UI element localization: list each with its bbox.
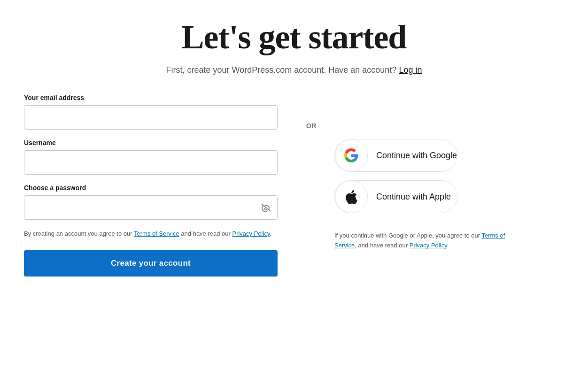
username-label: Username bbox=[24, 139, 278, 146]
email-label: Your email address bbox=[24, 94, 278, 101]
google-icon bbox=[344, 148, 358, 162]
email-group: Your email address bbox=[24, 94, 278, 130]
right-panel: OR Continue with Google bbox=[306, 94, 564, 251]
social-disclaimer: If you continue with Google or Apple, yo… bbox=[334, 231, 513, 251]
disclaimer-after: . bbox=[447, 242, 449, 249]
password-group: Choose a password bbox=[24, 184, 278, 220]
header-section: Let's get started First, create your Wor… bbox=[166, 19, 422, 75]
create-account-button[interactable]: Create your account bbox=[24, 250, 278, 277]
apple-button-label: Continue with Apple bbox=[376, 192, 451, 202]
page-title: Let's get started bbox=[166, 19, 422, 56]
apple-icon-circle bbox=[335, 180, 368, 213]
terms-after: . bbox=[270, 230, 271, 237]
eye-slash-icon bbox=[261, 203, 271, 212]
left-panel: Your email address Username Choose a pas… bbox=[24, 94, 306, 277]
privacy-policy-link-form[interactable]: Privacy Policy bbox=[232, 230, 270, 237]
disclaimer-privacy-link[interactable]: Privacy Policy bbox=[410, 242, 447, 249]
main-content-wrapper: Your email address Username Choose a pas… bbox=[24, 94, 564, 305]
email-input[interactable] bbox=[24, 105, 278, 130]
terms-middle: and have read our bbox=[179, 230, 232, 237]
toggle-password-button[interactable] bbox=[261, 203, 271, 212]
google-icon-circle bbox=[335, 139, 368, 172]
username-group: Username bbox=[24, 139, 278, 175]
apple-button[interactable]: Continue with Apple bbox=[334, 180, 457, 213]
password-input[interactable] bbox=[24, 195, 278, 220]
password-wrapper bbox=[24, 195, 278, 220]
google-button[interactable]: Continue with Google bbox=[334, 139, 457, 172]
terms-text: By creating an account you agree to our … bbox=[24, 229, 278, 239]
disclaimer-middle: , and have read our bbox=[355, 242, 409, 249]
apple-icon bbox=[345, 190, 357, 204]
google-button-label: Continue with Google bbox=[376, 151, 457, 161]
subtitle-text: First, create your WordPress.com account… bbox=[166, 65, 397, 75]
page-container: Let's get started First, create your Wor… bbox=[0, 0, 588, 392]
subtitle: First, create your WordPress.com account… bbox=[166, 65, 422, 75]
terms-of-service-link[interactable]: Terms of Service bbox=[134, 230, 179, 237]
password-label: Choose a password bbox=[24, 184, 278, 192]
or-label: OR bbox=[306, 122, 317, 130]
right-content: OR Continue with Google bbox=[334, 94, 564, 251]
disclaimer-before: If you continue with Google or Apple, yo… bbox=[334, 232, 481, 239]
login-link[interactable]: Log in bbox=[399, 65, 422, 75]
terms-before: By creating an account you agree to our bbox=[24, 230, 134, 237]
social-buttons: Continue with Google Continue with Apple bbox=[334, 139, 457, 213]
username-input[interactable] bbox=[24, 150, 278, 175]
